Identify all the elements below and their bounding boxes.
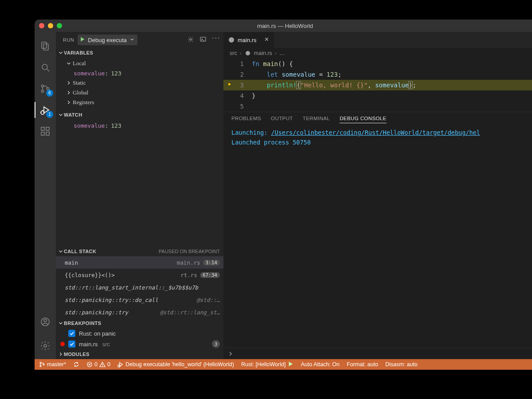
status-bar: master* 0 0 Debug executable 'hello_worl… — [35, 359, 532, 370]
window-title: main.rs — HelloWorld — [257, 23, 313, 29]
extensions-activity[interactable] — [35, 121, 56, 142]
watch-section-header[interactable]: WATCH — [56, 110, 223, 120]
callstack-frame[interactable]: std::rt::lang_start_internal::_$u7b$$u7b — [56, 281, 223, 293]
svg-point-18 — [44, 344, 47, 347]
gear-icon[interactable] — [187, 36, 194, 44]
sb-auto-attach[interactable]: Auto Attach: On — [301, 361, 340, 368]
variables-registers-node[interactable]: Registers — [56, 98, 223, 107]
code-line: fn main() { — [249, 59, 532, 69]
chevron-down-icon — [66, 60, 72, 66]
svg-point-28 — [40, 362, 41, 364]
search-activity[interactable] — [35, 57, 56, 78]
svg-rect-12 — [41, 127, 44, 130]
editor-tab[interactable]: main.rs — [223, 32, 274, 48]
breakpoint-line-badge: 3 — [212, 340, 220, 348]
title-bar: main.rs — HelloWorld — [35, 20, 532, 32]
svg-rect-14 — [46, 132, 49, 135]
variable-name: somevalue — [74, 70, 105, 77]
sb-problems[interactable]: 0 0 — [86, 361, 110, 368]
execution-pointer-icon — [227, 80, 233, 90]
callstack-frame[interactable]: {{closure}}<()> rt.rs 67:34 — [56, 269, 223, 281]
more-icon[interactable]: ··· — [212, 36, 219, 43]
close-tab-icon[interactable] — [264, 36, 270, 43]
code-line: println!("Hello, world! {}", somevalue); — [249, 80, 532, 90]
callstack-frame[interactable]: main main.rs 3:14 — [56, 256, 223, 269]
source-control-activity[interactable]: 6 — [35, 78, 56, 99]
launch-config-name: Debug executa — [88, 37, 126, 43]
svg-marker-39 — [289, 361, 293, 366]
callstack-frame[interactable]: std::panicking::try::do_call @std::… — [56, 293, 223, 306]
watch-row[interactable]: somevalue: 123 — [56, 121, 223, 130]
debug-console-input[interactable] — [223, 348, 532, 359]
accounts-activity[interactable] — [35, 311, 56, 332]
svg-point-20 — [190, 39, 192, 40]
variables-local-node[interactable]: Local — [56, 59, 223, 68]
close-window-button[interactable] — [39, 23, 44, 28]
rust-file-icon — [228, 36, 235, 43]
callstack-frame[interactable]: std::panicking::try @std::rt::lang_st… — [56, 306, 223, 318]
launch-config-select[interactable]: Debug executa — [78, 35, 137, 45]
svg-point-29 — [40, 365, 41, 367]
start-debug-icon — [79, 36, 85, 43]
svg-marker-19 — [81, 37, 85, 42]
callstack-status: PAUSED ON BREAKPOINT — [159, 249, 220, 254]
branch-icon — [39, 361, 45, 368]
breakpoint-row[interactable]: main.rs src 3 — [56, 339, 223, 349]
modules-title: MODULES — [64, 352, 90, 357]
window-controls — [39, 23, 62, 28]
run-label: RUN — [63, 37, 74, 43]
debug-icon — [117, 361, 124, 368]
variables-static-node[interactable]: Static — [56, 78, 223, 88]
watch-value: 123 — [111, 122, 121, 129]
breakpoint-checkbox[interactable] — [68, 330, 75, 337]
problems-tab[interactable]: PROBLEMS — [231, 116, 261, 123]
breadcrumb[interactable]: src › main.rs › … — [223, 48, 532, 59]
debug-console-icon[interactable] — [200, 36, 207, 44]
explorer-activity[interactable] — [35, 35, 56, 57]
breakpoint-label: Rust: on panic — [79, 330, 116, 337]
sb-rust-target[interactable]: Rust: [HelloWorld] — [241, 361, 294, 368]
breakpoints-list: Rust: on panic main.rs src 3 — [56, 328, 223, 349]
run-debug-activity[interactable]: 1 — [35, 99, 56, 121]
svg-marker-27 — [228, 82, 232, 86]
breakpoint-checkbox[interactable] — [68, 340, 75, 348]
output-tab[interactable]: OUTPUT — [271, 116, 293, 123]
editor-tabs: main.rs — [223, 32, 532, 48]
breakpoints-section-header[interactable]: BREAKPOINTS — [56, 318, 223, 328]
svg-point-23 — [229, 37, 234, 43]
sb-format[interactable]: Format: auto — [347, 361, 378, 368]
variable-row[interactable]: somevalue: 123 — [56, 68, 223, 78]
debug-badge: 1 — [46, 111, 53, 118]
maximize-window-button[interactable] — [57, 23, 62, 28]
chevron-down-icon — [129, 37, 135, 43]
breakpoint-row[interactable]: Rust: on panic — [56, 328, 223, 339]
svg-rect-1 — [43, 44, 48, 50]
sb-debug-target[interactable]: Debug executable 'hello_world' (HelloWor… — [117, 361, 234, 368]
watch-tree: somevalue: 123 — [56, 120, 223, 133]
terminal-tab[interactable]: TERMINAL — [303, 116, 330, 123]
sb-branch[interactable]: master* — [39, 361, 66, 368]
code-line: let somevalue = 123; — [249, 69, 532, 80]
chevron-down-icon — [58, 248, 64, 254]
line-number: 3 — [237, 80, 249, 90]
debug-console-tab[interactable]: DEBUG CONSOLE — [340, 116, 387, 123]
svg-point-36 — [102, 366, 103, 366]
sb-disasm[interactable]: Disasm: auto — [385, 361, 418, 368]
scm-badge: 6 — [46, 90, 53, 97]
variables-local-label: Local — [73, 60, 86, 67]
settings-activity[interactable] — [35, 335, 56, 356]
code-editor[interactable]: 1 fn main() { 2 let somevalue = 123; 3 p… — [223, 59, 532, 112]
error-icon — [86, 361, 93, 368]
variables-section-header[interactable]: VARIABLES — [56, 48, 223, 58]
variables-global-node[interactable]: Global — [56, 88, 223, 98]
sb-sync[interactable] — [73, 361, 79, 368]
breakpoint-label: main.rs — [79, 341, 98, 348]
minimize-window-button[interactable] — [48, 23, 53, 28]
callstack-title: CALL STACK — [64, 249, 96, 254]
callstack-section-header[interactable]: CALL STACK PAUSED ON BREAKPOINT — [56, 246, 223, 256]
tab-filename: main.rs — [238, 37, 257, 43]
panel-tabs: PROBLEMS OUTPUT TERMINAL DEBUG CONSOLE — [223, 112, 532, 126]
rust-file-icon — [244, 50, 251, 57]
modules-section-header[interactable]: MODULES — [56, 349, 223, 359]
debug-launch-path[interactable]: /Users/colinbester/coding/Rust/HelloWorl… — [271, 129, 480, 136]
